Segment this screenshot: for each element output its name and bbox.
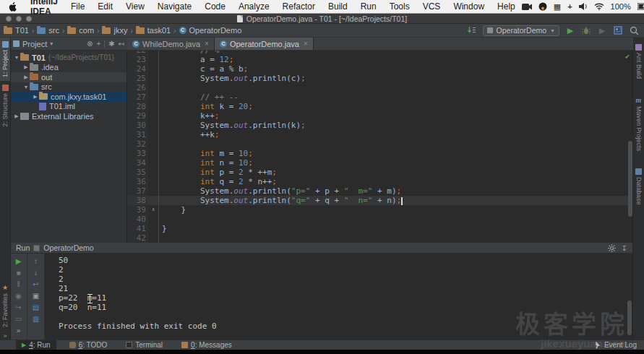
clear-all-icon[interactable]: ▥ <box>33 315 39 323</box>
code-line[interactable]: 37 System.out.println("p=" + p + " m=" +… <box>127 186 633 196</box>
tree-item-out[interactable]: ▶out <box>10 72 126 82</box>
app-status-icon[interactable] <box>538 2 547 11</box>
breadcrumb-task01[interactable]: task01 <box>136 26 171 35</box>
close-window-button[interactable] <box>6 16 12 22</box>
code-line[interactable]: 42 <box>127 233 633 243</box>
hide-panel-icon[interactable]: ↤ <box>119 40 124 48</box>
run-button[interactable]: ▶ <box>565 25 575 35</box>
volume-icon[interactable] <box>579 3 588 10</box>
chevron-down-icon[interactable]: ▾ <box>50 40 53 47</box>
statusbar-4-run[interactable]: ▶4: Run <box>16 340 56 350</box>
up-stacktrace-icon[interactable]: ↑ <box>34 257 38 265</box>
line-number[interactable]: 23 <box>127 55 148 64</box>
menu-refactor[interactable]: Refactor <box>276 1 322 12</box>
code-line[interactable]: 41} <box>127 224 633 233</box>
line-number[interactable]: 30 <box>127 121 148 130</box>
debug-button[interactable] <box>581 25 591 35</box>
update-project-icon[interactable] <box>467 25 477 35</box>
line-number[interactable]: 29 <box>127 111 148 121</box>
chevron-icon[interactable]: ▶ <box>22 64 30 70</box>
project-structure-icon[interactable] <box>613 25 623 35</box>
soft-wrap-icon[interactable]: ↩ <box>33 280 38 288</box>
menu-file[interactable]: File <box>64 1 91 12</box>
close-icon[interactable]: × <box>304 40 308 48</box>
line-number[interactable]: 24 <box>127 64 148 74</box>
move-tool-icon[interactable]: + <box>567 2 572 11</box>
tool-stripe-ant-build[interactable]: Ant Build <box>633 40 644 82</box>
tree-item-com-jkxy-task01[interactable]: ▶com.jkxy.task01 <box>10 92 126 102</box>
exit-icon[interactable]: ↪ <box>15 303 21 311</box>
project-tree[interactable]: ▼T01(~/IdeaProjects/T01)▶.idea▶out▼src▶c… <box>10 51 127 243</box>
close-icon[interactable]: × <box>205 40 209 48</box>
code-line[interactable]: 24 c = a % b; <box>127 64 633 74</box>
tool-stripe-maven-projects[interactable]: mMaven Projects <box>633 92 644 155</box>
rerun-icon[interactable]: ▶ <box>16 257 22 265</box>
code-line[interactable]: 35 int p = 2 * ++m; <box>127 168 633 177</box>
keyboard-icon[interactable]: ▦ <box>554 2 561 12</box>
menu-analyze[interactable]: Analyze <box>232 1 276 12</box>
line-number[interactable]: 39 <box>127 205 148 215</box>
breadcrumb-t01[interactable]: T01 <box>4 26 29 35</box>
menu-view[interactable]: View <box>119 1 151 12</box>
pause-output-icon[interactable]: ‖ <box>17 280 20 288</box>
wifi-icon[interactable] <box>594 3 604 10</box>
chevron-icon[interactable]: ▼ <box>22 85 30 90</box>
code-line[interactable]: 29 k++; <box>127 111 633 121</box>
stripe-more-icon[interactable]: » <box>3 332 7 340</box>
console-scrollbar[interactable] <box>627 301 632 335</box>
chevron-icon[interactable]: ▼ <box>13 55 20 60</box>
apple-menu[interactable] <box>0 2 24 12</box>
chevron-icon[interactable]: ▶ <box>22 74 30 80</box>
statusbar-0-messages[interactable]: 0: Messages <box>176 340 238 350</box>
code-line[interactable]: 38 System.out.println("q=" + q + " n=" +… <box>127 196 633 205</box>
code-line[interactable]: 39∧ } <box>127 205 633 215</box>
breadcrumb-src[interactable]: src <box>37 26 59 35</box>
project-panel-title[interactable]: Project <box>22 40 47 48</box>
run-settings-gear-icon[interactable] <box>608 244 616 252</box>
menu-tools[interactable]: Tools <box>383 1 416 12</box>
breadcrumb-operatordemo[interactable]: COperatorDemo <box>179 26 242 35</box>
line-number[interactable]: 36 <box>127 177 148 186</box>
show-console-icon[interactable]: ▭ <box>15 315 22 323</box>
menu-navigate[interactable]: Navigate <box>151 1 198 12</box>
down-stacktrace-icon[interactable]: ↓ <box>34 269 38 277</box>
tree-item-idea[interactable]: ▶.idea <box>10 63 126 73</box>
menu-run[interactable]: Run <box>354 1 383 12</box>
statusbar-6-todo[interactable]: 6: TODO <box>64 340 113 350</box>
line-number[interactable]: 33 <box>127 149 148 158</box>
line-number[interactable]: 26 <box>127 83 148 92</box>
menu-vcs[interactable]: VCS <box>416 1 447 12</box>
tree-item-src[interactable]: ▼src <box>10 82 126 92</box>
print-icon[interactable]: ▤ <box>33 303 39 311</box>
tree-item-external-libraries[interactable]: ▶External Libraries <box>10 111 126 121</box>
code-line[interactable]: 40 <box>127 215 633 224</box>
line-number[interactable]: 25 <box>127 74 148 83</box>
tree-item-t01[interactable]: ▼T01(~/IdeaProjects/T01) <box>10 53 126 63</box>
chevron-icon[interactable]: ▶ <box>13 113 20 119</box>
dump-threads-icon[interactable]: ◉ <box>15 292 22 300</box>
tool-stripe-1-project[interactable]: 1: Project <box>0 38 10 81</box>
run-with-coverage-button[interactable]: ▶ <box>597 25 607 35</box>
code-line[interactable]: 28 int k = 20; <box>127 102 633 111</box>
menu-code[interactable]: Code <box>198 1 232 12</box>
code-editor[interactable]: 22 // %23 a = 12;24 c = a % b;25 System.… <box>127 51 633 243</box>
settings-gear-icon[interactable]: ✱ <box>108 40 114 48</box>
stop-icon[interactable]: ■ <box>16 269 20 277</box>
code-line[interactable]: 36 int q = 2 * n++; <box>127 177 633 186</box>
minimize-window-button[interactable] <box>16 16 22 22</box>
chevron-icon[interactable]: ▶ <box>32 94 39 100</box>
menu-help[interactable]: Help <box>491 1 522 12</box>
tool-stripe-database[interactable]: Database <box>633 165 644 209</box>
run-configuration-select[interactable]: OperatorDemo ▼ <box>483 25 559 36</box>
zoom-window-button[interactable] <box>26 16 32 22</box>
code-line[interactable]: 26 <box>127 83 633 92</box>
line-number[interactable]: 27 <box>127 92 148 102</box>
menu-app-name[interactable]: IntelliJ IDEA <box>24 0 64 17</box>
scroll-to-end-icon[interactable]: ▣ <box>33 292 39 300</box>
menu-window[interactable]: Window <box>447 1 491 12</box>
code-line[interactable]: 32 <box>127 139 633 149</box>
line-number[interactable]: 38 <box>127 196 148 205</box>
menu-build[interactable]: Build <box>322 1 354 12</box>
line-number[interactable]: 42 <box>127 233 148 243</box>
camera-icon[interactable] <box>522 4 532 10</box>
